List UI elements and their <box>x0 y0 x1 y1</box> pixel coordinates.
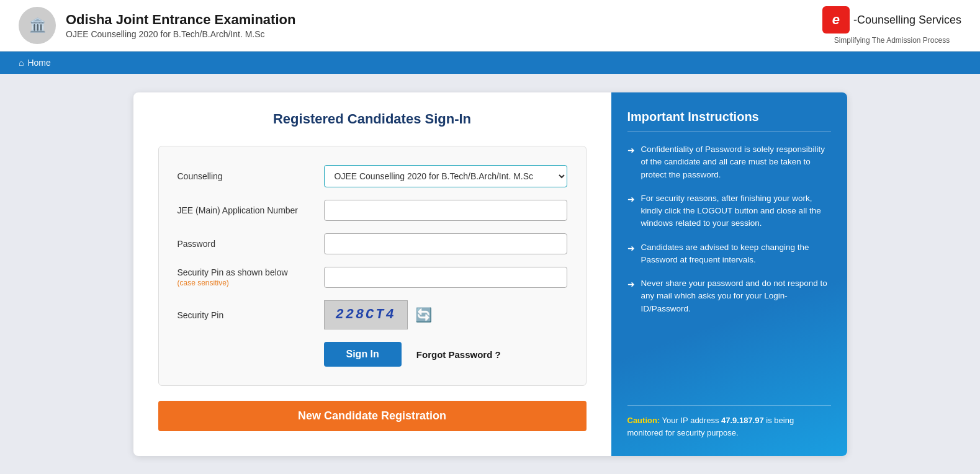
form-title: Registered Candidates Sign-In <box>158 111 587 127</box>
security-pin-input-group: Security Pin as shown below (case sensit… <box>178 267 567 288</box>
caution-label: Caution: <box>627 416 660 425</box>
instruction-item-4: ➜ Never share your password and do not r… <box>627 277 831 315</box>
jee-input[interactable] <box>324 200 567 221</box>
ecounselling-logo: e -Counselling Services <box>822 6 961 34</box>
arrow-icon-3: ➜ <box>627 242 635 267</box>
ecounselling-tagline: Simplifying The Admission Process <box>834 36 950 45</box>
header-title-block: Odisha Joint Entrance Examination OJEE C… <box>66 12 295 39</box>
password-input[interactable] <box>324 233 567 254</box>
arrow-icon-1: ➜ <box>627 144 635 181</box>
register-button[interactable]: New Candidate Registration <box>158 401 587 431</box>
password-label: Password <box>178 239 314 249</box>
ecounselling-name: -Counselling Services <box>853 14 961 27</box>
instruction-text-4: Never share your password and do not res… <box>641 277 831 315</box>
left-panel: Registered Candidates Sign-In Counsellin… <box>133 92 611 456</box>
arrow-icon-4: ➜ <box>627 278 635 315</box>
form-inner: Counselling OJEE Counselling 2020 for B.… <box>158 146 587 386</box>
instruction-item-3: ➜ Candidates are advised to keep changin… <box>627 241 831 267</box>
instruction-item-2: ➜ For security reasons, after finishing … <box>627 192 831 230</box>
jee-group: JEE (Main) Application Number <box>178 200 567 221</box>
caution-box: Caution: Your IP address 47.9.187.97 is … <box>627 405 831 439</box>
counselling-group: Counselling OJEE Counselling 2020 for B.… <box>178 165 567 187</box>
counselling-label: Counselling <box>178 171 314 181</box>
security-pin-display-group: Security Pin 228CT4 🔄 <box>178 300 567 329</box>
forgot-password-link[interactable]: Forgot Password ? <box>416 349 501 360</box>
instruction-item-1: ➜ Confidentiality of Password is solely … <box>627 143 831 181</box>
instruction-text-1: Confidentiality of Password is solely re… <box>641 143 831 181</box>
page-title: Odisha Joint Entrance Examination <box>66 12 295 28</box>
caution-text: Your IP address <box>662 416 721 425</box>
header: 🏛️ Odisha Joint Entrance Examination OJE… <box>0 0 980 51</box>
instructions-block: Important Instructions ➜ Confidentiality… <box>627 110 831 326</box>
captcha-row: 228CT4 🔄 <box>324 300 432 329</box>
home-icon: ⌂ <box>19 58 24 68</box>
right-panel: Important Instructions ➜ Confidentiality… <box>611 92 847 456</box>
jee-label: JEE (Main) Application Number <box>178 205 314 215</box>
captcha-image: 228CT4 <box>324 300 408 329</box>
arrow-icon-2: ➜ <box>627 193 635 230</box>
header-left: 🏛️ Odisha Joint Entrance Examination OJE… <box>19 7 295 44</box>
page-subtitle: OJEE Counselling 2020 for B.Tech/B.Arch/… <box>66 29 295 39</box>
password-group: Password <box>178 233 567 254</box>
card-container: Registered Candidates Sign-In Counsellin… <box>133 92 847 456</box>
security-pin-input[interactable] <box>324 267 567 288</box>
ip-address: 47.9.187.97 <box>721 416 764 425</box>
counselling-select[interactable]: OJEE Counselling 2020 for B.Tech/B.Arch/… <box>324 165 567 187</box>
navbar: ⌂ Home <box>0 51 980 74</box>
instructions-divider <box>627 132 831 132</box>
case-sensitive-label: (case sensitive) <box>178 279 229 287</box>
home-link[interactable]: ⌂ Home <box>19 58 51 68</box>
main-content: Registered Candidates Sign-In Counsellin… <box>0 74 980 474</box>
instruction-text-2: For security reasons, after finishing yo… <box>641 192 831 230</box>
emblem-logo: 🏛️ <box>19 7 56 44</box>
instructions-title: Important Instructions <box>627 110 831 124</box>
instruction-text-3: Candidates are advised to keep changing … <box>641 241 831 267</box>
ecounselling-icon: e <box>822 6 850 34</box>
refresh-captcha-icon[interactable]: 🔄 <box>415 307 432 323</box>
signin-row: Sign In Forgot Password ? <box>178 342 567 367</box>
signin-button[interactable]: Sign In <box>324 342 402 367</box>
home-label: Home <box>27 58 50 68</box>
security-pin-row-label: Security Pin <box>178 310 314 320</box>
header-right: e -Counselling Services Simplifying The … <box>822 6 961 45</box>
security-pin-label: Security Pin as shown below (case sensit… <box>178 267 314 287</box>
